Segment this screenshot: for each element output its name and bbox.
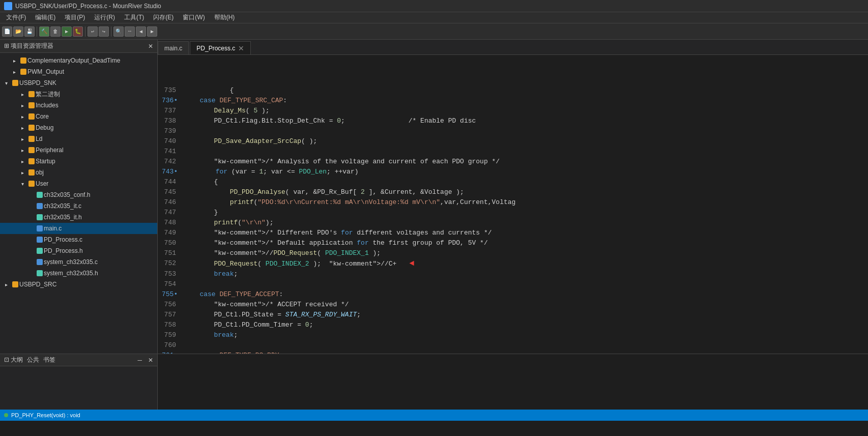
file-c-icon: [37, 225, 43, 231]
tb-run[interactable]: ▶: [62, 26, 72, 37]
line-code[interactable]: "kw-comment">/* Analysis of the voltage …: [182, 157, 500, 167]
folder-arrow-icon: ▸: [18, 101, 26, 109]
tab-main-c[interactable]: main.c: [158, 41, 189, 54]
sidebar-item-Peripheral[interactable]: ▸Peripheral: [0, 144, 157, 156]
menu-file[interactable]: 文件(F): [2, 12, 30, 23]
sidebar-item-PWM-Output[interactable]: ▸PWM_Output: [0, 66, 157, 77]
line-code[interactable]: for (var = 1; var <= PDO_Len; ++var): [184, 167, 358, 177]
tree-item-label: Debug: [36, 124, 53, 131]
tb-clean[interactable]: 🗑: [50, 26, 61, 37]
tb-fwd[interactable]: ▶: [147, 26, 157, 37]
line-code[interactable]: "kw-comment">/* Default application for …: [182, 238, 488, 248]
sidebar-item-USBPD-SRC[interactable]: ▸USBPD_SRC: [0, 279, 157, 290]
code-line-738: 738 PD_Ctl.Flag.Bit.Stop_Det_Chk = 0; /*…: [162, 116, 864, 126]
tb-ref[interactable]: ↔: [125, 26, 135, 37]
tb-back[interactable]: ◀: [136, 26, 146, 37]
code-line-742: 742 "kw-comment">/* Analysis of the volt…: [162, 157, 864, 167]
sidebar-item-ch32x035-conf-h[interactable]: ch32x035_conf.h: [0, 189, 157, 200]
folder-arrow-icon: ▸: [18, 124, 26, 132]
sidebar-item-Debug[interactable]: ▸Debug: [0, 122, 157, 133]
bottom-panel-minimize[interactable]: ─: [137, 357, 142, 364]
sidebar-item-PD-Process-c[interactable]: PD_Process.c: [0, 234, 157, 245]
line-code[interactable]: PD_Ctl.PD_State = STA_RX_PS_RDY_WAIT;: [182, 310, 361, 320]
sidebar-item-ch32x035-it-c[interactable]: ch32x035_it.c: [0, 200, 157, 212]
tb-new[interactable]: 📄: [2, 26, 12, 37]
sidebar-item-Includes[interactable]: ▸Includes: [0, 100, 157, 111]
line-code[interactable]: break;: [182, 330, 238, 340]
line-code[interactable]: {: [182, 177, 218, 187]
code-line-748: 748 printf("\r\n");: [162, 218, 864, 228]
menu-edit[interactable]: 编辑(E): [31, 12, 60, 23]
line-code[interactable]: case DEF_TYPE_ACCEPT:: [184, 289, 283, 300]
line-code[interactable]: printf("\r\n");: [182, 218, 273, 228]
tb-build[interactable]: 🔨: [39, 26, 49, 37]
line-code[interactable]: {: [182, 85, 234, 96]
line-code[interactable]: PD_Ctl.PD_Comm_Timer = 0;: [182, 320, 313, 330]
sidebar-item-system-ch32x035-h[interactable]: system_ch32x035.h: [0, 268, 157, 279]
sidebar-item-main-c[interactable]: main.c: [0, 223, 157, 234]
sidebar-item-Ld[interactable]: ▸Ld: [0, 133, 157, 144]
folder-icon: [20, 57, 26, 64]
menu-help[interactable]: 帮助(H): [210, 12, 239, 23]
line-number: 747: [162, 208, 182, 218]
sidebar-item-PD-Process-h[interactable]: PD_Process.h: [0, 245, 157, 256]
tree-item-label: Includes: [36, 102, 59, 109]
line-code[interactable]: "kw-comment">//PDO_Request( PDO_INDEX_1 …: [182, 248, 381, 258]
sidebar-item-ch32x035-it-h[interactable]: ch32x035_it.h: [0, 212, 157, 223]
public-tab[interactable]: 公共: [27, 356, 39, 364]
code-line-744: 744 {: [162, 177, 864, 187]
sidebar-item-Core[interactable]: ▸Core: [0, 111, 157, 122]
file-h-icon: [37, 214, 43, 220]
line-code[interactable]: PDO_Request( PDO_INDEX_2 ); "kw-comment"…: [182, 258, 414, 269]
sidebar-item-obj[interactable]: ▸obj: [0, 167, 157, 178]
file-spacer: [26, 224, 35, 232]
sidebar-item-User[interactable]: ▾User: [0, 178, 157, 189]
sidebar-item-Startup[interactable]: ▸Startup: [0, 156, 157, 167]
line-code[interactable]: PD_Save_Adapter_SrcCap( );: [182, 136, 317, 147]
folder-icon: [28, 147, 35, 153]
menu-window[interactable]: 窗口(W): [179, 12, 209, 23]
tb-undo[interactable]: ↩: [88, 26, 98, 37]
bookmark-tab[interactable]: 书签: [43, 356, 55, 364]
bottom-panel-close[interactable]: ✕: [148, 357, 153, 364]
tree-item-label: Peripheral: [36, 147, 64, 154]
tb-redo[interactable]: ↪: [99, 26, 109, 37]
tb-save[interactable]: 💾: [24, 26, 35, 37]
line-code[interactable]: break;: [182, 269, 238, 279]
line-code[interactable]: "kw-comment">/* Different PDO's for diff…: [182, 228, 492, 238]
line-number: 736•: [162, 96, 184, 106]
line-code[interactable]: "kw-comment">/* ACCEPT received */: [182, 300, 349, 310]
code-line-746: 746 printf("PDO:%d\r\nCurrent:%d mA\r\nV…: [162, 197, 864, 208]
line-code[interactable]: Delay_Ms( 5 );: [182, 106, 270, 116]
sidebar-close-icon[interactable]: ✕: [148, 43, 153, 50]
menu-run[interactable]: 运行(R): [90, 12, 119, 23]
line-code[interactable]: PD_PDO_Analyse( var, &PD_Rx_Buf[ 2 ], &C…: [182, 187, 464, 197]
sidebar-item-----[interactable]: ▸繁二进制: [0, 89, 157, 100]
code-line-760: 760: [162, 340, 864, 351]
tab-main-c-label: main.c: [164, 45, 182, 52]
tree-item-label: obj: [36, 169, 44, 176]
sidebar-item-ComplementaryOutput-DeadTime[interactable]: ▸ComplementaryOutput_DeadTime: [0, 55, 157, 66]
menu-project[interactable]: 项目(P): [61, 12, 89, 23]
tab-pd-process-c-close[interactable]: ✕: [238, 45, 244, 52]
sidebar-item-system-ch32x035-c[interactable]: system_ch32x035.c: [0, 256, 157, 268]
line-code[interactable]: case DEF_TYPE_SRC_CAP:: [184, 96, 287, 106]
line-code[interactable]: PD_Ctl.Flag.Bit.Stop_Det_Chk = 0; /* Ena…: [182, 116, 476, 126]
tb-debug[interactable]: 🐛: [73, 26, 83, 37]
tb-sep2: [85, 26, 85, 37]
line-code[interactable]: printf("PDO:%d\r\nCurrent:%d mA\r\nVolta…: [182, 197, 515, 208]
sidebar-item-USBPD-SNK[interactable]: ▾USBPD_SNK: [0, 77, 157, 89]
line-code[interactable]: case DEF_TYPE_PS_RDY:: [184, 351, 283, 354]
tb-search[interactable]: 🔍: [113, 26, 124, 37]
outline-tab[interactable]: ⊡ 大纲: [4, 356, 23, 364]
menu-flash[interactable]: 闪存(E): [149, 12, 178, 23]
tb-open[interactable]: 📂: [13, 26, 23, 37]
code-view[interactable]: 735 {736• case DEF_TYPE_SRC_CAP:737 Dela…: [158, 55, 868, 354]
line-number: 753: [162, 269, 182, 279]
sidebar-tree[interactable]: ▸ComplementaryOutput_DeadTime▸PWM_Output…: [0, 53, 157, 354]
tab-pd-process-c[interactable]: PD_Process.c ✕: [190, 41, 251, 54]
line-number: 752: [162, 258, 182, 269]
line-code[interactable]: }: [182, 208, 218, 218]
menu-tools[interactable]: 工具(T): [120, 12, 148, 23]
tree-item-label: main.c: [44, 225, 62, 232]
